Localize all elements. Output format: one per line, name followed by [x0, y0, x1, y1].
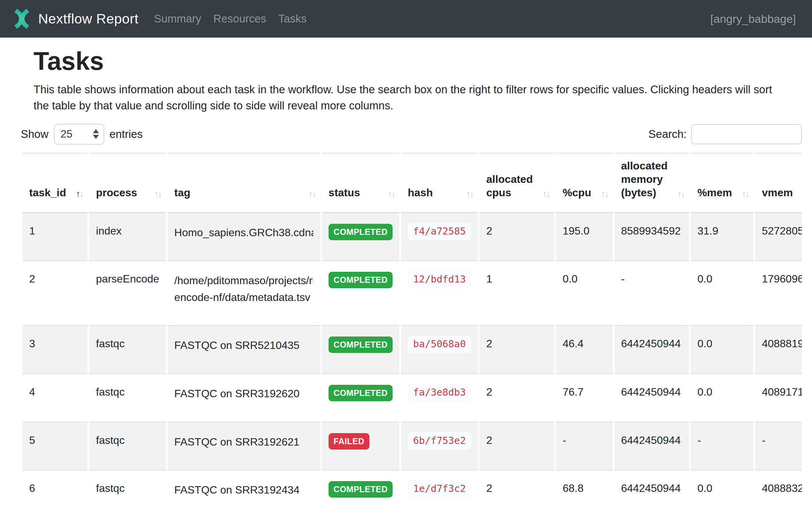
column-header-status[interactable]: status↑↓	[322, 153, 399, 213]
table-row: 5fastqcFASTQC on SRR3192621FAILED6b/f753…	[23, 423, 802, 471]
search-control: Search:	[648, 124, 802, 144]
cell-vmem: 4089171968	[755, 374, 802, 423]
tag-text: /home/pditommaso/projects/rnaseq-encode-…	[174, 272, 314, 306]
nav-item-resources[interactable]: Resources	[207, 9, 272, 29]
cell-mem: 6442450944	[614, 326, 689, 374]
column-header-vmem[interactable]: vmem↑↓	[755, 153, 802, 213]
column-label: hash	[408, 187, 433, 199]
column-header-tag[interactable]: tag↑↓	[168, 153, 320, 213]
cell-mem: 8589934592	[614, 213, 689, 261]
cell-task_id: 2	[23, 261, 87, 326]
nav-item-tasks[interactable]: Tasks	[272, 9, 313, 29]
cell-cpus: 2	[480, 213, 554, 261]
cell-process: fastqc	[89, 423, 166, 471]
cell-tag: FASTQC on SRR3192621	[168, 423, 320, 471]
cell-cpus: 1	[480, 261, 554, 326]
table-row: 2parseEncode/home/pditommaso/projects/rn…	[23, 261, 802, 326]
cell-vmem: 5272805376	[755, 213, 802, 261]
cell-cpus: 2	[480, 470, 554, 514]
cell-process: fastqc	[89, 470, 166, 514]
status-badge: COMPLETED	[328, 272, 393, 288]
column-label: vmem	[762, 187, 793, 199]
column-header-process[interactable]: process↑↓	[89, 153, 166, 213]
cell-hash: 12/bdfd13	[401, 261, 478, 326]
column-label: %mem	[697, 187, 732, 199]
status-badge: FAILED	[328, 433, 370, 450]
cell-hash: 6b/f753e2	[401, 423, 478, 471]
cell-cpus: 2	[480, 326, 554, 374]
cell-process: parseEncode	[89, 261, 166, 326]
cell-task_id: 4	[23, 374, 87, 423]
cell-pcpu: 195.0	[556, 213, 612, 261]
column-header-hash[interactable]: hash↑↓	[401, 153, 478, 213]
cell-vmem: 17960960	[755, 261, 802, 326]
run-name-label: [angry_babbage]	[710, 12, 796, 26]
cell-pcpu: 76.7	[556, 374, 612, 423]
cell-tag: FASTQC on SRR5210435	[168, 326, 320, 374]
nextflow-logo-icon	[11, 9, 32, 29]
select-updown-icon	[93, 129, 99, 139]
column-header-task_id[interactable]: task_id↑↓	[23, 153, 87, 213]
cell-pcpu: 0.0	[556, 261, 612, 326]
column-label: status	[328, 187, 360, 199]
sort-icons: ↑↓	[76, 189, 83, 200]
hash-code: 1e/d7f3c2	[408, 480, 471, 498]
page-description: This table shows information about each …	[33, 82, 788, 114]
search-input[interactable]	[691, 124, 802, 144]
search-label: Search:	[648, 128, 687, 141]
column-header-cpus[interactable]: allocated cpus↑↓	[480, 153, 554, 213]
cell-hash: f4/a72585	[401, 213, 478, 261]
cell-tag: Homo_sapiens.GRCh38.cdna.all.fa.gz	[168, 213, 320, 261]
cell-vmem: 4088832000	[755, 470, 802, 514]
cell-status: COMPLETED	[322, 326, 399, 374]
page-length-control: Show 25 entries	[21, 124, 143, 144]
status-badge: COMPLETED	[328, 385, 393, 401]
tag-text: FASTQC on SRR3192434	[174, 482, 314, 498]
main-content: Tasks This table shows information about…	[0, 46, 812, 514]
tag-text: FASTQC on SRR3192620	[174, 385, 314, 402]
cell-cpus: 2	[480, 423, 554, 471]
tasks-table: task_id↑↓process↑↓tag↑↓status↑↓hash↑↓all…	[21, 153, 802, 514]
cell-pcpu: 46.4	[556, 326, 612, 374]
show-label: Show	[21, 128, 49, 141]
page-length-select[interactable]: 25	[54, 124, 104, 144]
column-label: %cpu	[562, 187, 591, 199]
column-header-mem[interactable]: allocated memory (bytes)↑↓	[614, 153, 689, 213]
status-badge: COMPLETED	[328, 224, 393, 240]
sort-icons: ↑↓	[309, 189, 316, 200]
cell-process: fastqc	[89, 326, 166, 374]
cell-pmem: 0.0	[691, 261, 753, 326]
column-header-pmem[interactable]: %mem↑↓	[691, 153, 753, 213]
hash-code: 6b/f753e2	[408, 432, 471, 450]
nav-item-summary[interactable]: Summary	[148, 9, 207, 29]
table-row: 4fastqcFASTQC on SRR3192620COMPLETEDfa/3…	[23, 374, 802, 423]
cell-pmem: 0.0	[691, 326, 753, 374]
cell-status: COMPLETED	[322, 470, 399, 514]
cell-pmem: -	[691, 423, 753, 471]
cell-status: COMPLETED	[322, 374, 399, 423]
cell-cpus: 2	[480, 374, 554, 423]
table-row: 6fastqcFASTQC on SRR3192434COMPLETED1e/d…	[23, 470, 802, 514]
table-controls: Show 25 entries Search:	[21, 124, 802, 144]
cell-mem: 6442450944	[614, 423, 689, 471]
hash-code: f4/a72585	[408, 223, 471, 241]
column-label: allocated cpus	[486, 173, 533, 199]
cell-pcpu: 68.8	[556, 470, 612, 514]
sort-icons: ↑↓	[154, 189, 161, 200]
sort-icons: ↑↓	[677, 189, 684, 200]
column-header-pcpu[interactable]: %cpu↑↓	[556, 153, 612, 213]
cell-status: FAILED	[322, 423, 399, 471]
cell-vmem: 4088819712	[755, 326, 802, 374]
tag-text: Homo_sapiens.GRCh38.cdna.all.fa.gz	[174, 224, 314, 241]
table-row: 1indexHomo_sapiens.GRCh38.cdna.all.fa.gz…	[23, 213, 802, 261]
hash-code: 12/bdfd13	[408, 271, 471, 289]
cell-status: COMPLETED	[322, 261, 399, 326]
tag-text: FASTQC on SRR3192621	[174, 434, 314, 451]
cell-mem: 6442450944	[614, 470, 689, 514]
cell-task_id: 6	[23, 470, 87, 514]
tag-text: FASTQC on SRR5210435	[174, 337, 314, 354]
cell-tag: /home/pditommaso/projects/rnaseq-encode-…	[168, 261, 320, 326]
navbar-brand[interactable]: Nextflow Report	[11, 9, 139, 29]
tasks-table-wrapper[interactable]: task_id↑↓process↑↓tag↑↓status↑↓hash↑↓all…	[21, 153, 802, 514]
sort-icons: ↑↓	[387, 189, 395, 200]
